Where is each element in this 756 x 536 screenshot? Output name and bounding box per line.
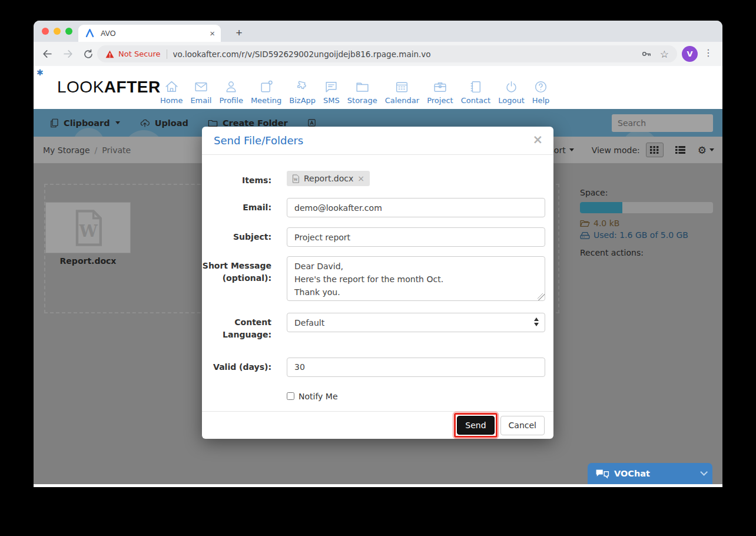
chip-remove-icon[interactable]: × (357, 174, 364, 183)
chevron-down-icon[interactable] (700, 468, 708, 476)
calendar-icon (394, 80, 409, 94)
avatar[interactable]: V (682, 46, 698, 62)
security-warning-label: Not Secure (118, 49, 161, 58)
message-label: Short Message(optional): (202, 256, 287, 284)
vochat-widget[interactable]: VOChat (588, 463, 712, 484)
url-divider (167, 49, 167, 59)
nav-item-calendar[interactable]: Calendar (385, 80, 419, 105)
notify-row: Notify Me (202, 392, 553, 401)
contact-book-icon (468, 80, 483, 94)
browser-tab-bar: AVO × + (34, 21, 722, 42)
loading-spinner-icon: ✱ (37, 68, 44, 77)
subject-field[interactable] (287, 227, 545, 247)
close-window-button[interactable] (42, 28, 49, 35)
meeting-icon (259, 80, 274, 94)
storage-folder-icon (355, 80, 370, 94)
window-controls (42, 28, 72, 35)
items-label: Items: (202, 171, 287, 186)
modal-title: Send File/Folders (214, 134, 303, 147)
send-button[interactable]: Send (457, 416, 494, 435)
help-icon (533, 80, 548, 94)
browser-toolbar: Not Secure vo.lookafter.com/r/v/SID59262… (34, 42, 722, 66)
browser-menu-icon[interactable]: ⋮ (704, 47, 713, 58)
svg-text:W: W (293, 177, 299, 181)
nav-item-email[interactable]: Email (190, 80, 211, 105)
nav-item-bizapp[interactable]: BizApp (289, 80, 316, 105)
new-tab-button[interactable]: + (231, 25, 247, 41)
browser-tab[interactable]: AVO × (78, 25, 221, 42)
tab-close-icon[interactable]: × (210, 28, 215, 38)
valid-days-label: Valid (days): (202, 358, 287, 373)
word-doc-icon: W (292, 174, 300, 183)
logout-power-icon (504, 80, 519, 94)
subject-row: Subject: (202, 227, 553, 247)
notify-me-option: Notify Me (287, 392, 545, 401)
language-select[interactable]: Default (287, 313, 545, 332)
bizapp-puzzle-icon (295, 80, 310, 94)
select-arrows-icon (534, 317, 539, 326)
nav-item-sms[interactable]: SMS (323, 80, 340, 105)
bookmark-star-icon[interactable]: ☆ (660, 48, 669, 60)
back-icon[interactable] (40, 47, 54, 61)
message-field[interactable]: Dear David, Here's the report for the mo… (287, 256, 545, 301)
site-favicon (84, 28, 95, 39)
email-label: Email: (202, 198, 287, 213)
chat-bubbles-icon (595, 468, 609, 479)
message-row: Short Message(optional): Dear David, Her… (202, 256, 553, 303)
valid-days-field[interactable] (287, 358, 545, 377)
nav-item-storage[interactable]: Storage (347, 80, 377, 105)
subject-label: Subject: (202, 227, 287, 243)
language-row: ContentLanguage: Default (202, 313, 553, 340)
cancel-button[interactable]: Cancel (500, 416, 545, 435)
profile-icon (224, 80, 238, 94)
email-field[interactable] (287, 198, 545, 217)
notify-me-checkbox[interactable] (287, 392, 294, 400)
tab-title: AVO (101, 29, 210, 38)
minimize-window-button[interactable] (54, 28, 61, 35)
nav-item-contact[interactable]: Contact (461, 80, 491, 105)
file-chip: W Report.docx × (287, 171, 370, 186)
nav-item-profile[interactable]: Profile (219, 80, 243, 105)
brand-logo[interactable]: LOOKAFTER (57, 78, 161, 97)
nav-item-help[interactable]: Help (532, 80, 550, 105)
send-file-modal: Send File/Folders × Items: W Report.docx… (202, 127, 553, 439)
language-label: ContentLanguage: (202, 313, 287, 340)
main-nav: Home Email Profile Meeting BizApp SMS (160, 66, 549, 109)
site-header: ✱ LOOKAFTER Home Email Profile Meeting B… (34, 66, 722, 109)
url-bar[interactable]: Not Secure vo.lookafter.com/r/v/SID59262… (97, 45, 677, 62)
items-row: Items: W Report.docx × (202, 171, 553, 186)
nav-item-meeting[interactable]: Meeting (251, 80, 281, 105)
home-icon (164, 80, 179, 94)
storage-app-area: Clipboard Upload Create Folder My Storag… (34, 109, 722, 484)
nav-item-home[interactable]: Home (160, 80, 183, 105)
nav-item-project[interactable]: Project (427, 80, 453, 105)
modal-body: Items: W Report.docx × Email: Subject: (202, 155, 553, 401)
modal-footer: Send Cancel (202, 411, 553, 439)
maximize-window-button[interactable] (65, 28, 72, 35)
modal-header: Send File/Folders × (202, 127, 553, 155)
valid-days-row: Valid (days): (202, 358, 553, 377)
modal-close-icon[interactable]: × (532, 133, 543, 147)
forward-icon[interactable] (61, 47, 75, 61)
browser-window: AVO × + Not Secure vo.lookafter.com/r/v/… (34, 21, 722, 487)
reload-icon[interactable] (81, 47, 95, 61)
not-secure-warning-icon (105, 50, 114, 58)
email-icon (194, 80, 208, 94)
vochat-label: VOChat (614, 469, 650, 478)
email-row: Email: (202, 198, 553, 217)
project-briefcase-icon (433, 80, 447, 94)
password-key-icon[interactable] (641, 48, 652, 59)
url-text: vo.lookafter.com/r/v/SID592629002ungoijd… (173, 49, 632, 59)
annotation-highlight: Send (454, 413, 497, 438)
sms-chat-icon (324, 80, 339, 94)
nav-item-logout[interactable]: Logout (498, 80, 525, 105)
